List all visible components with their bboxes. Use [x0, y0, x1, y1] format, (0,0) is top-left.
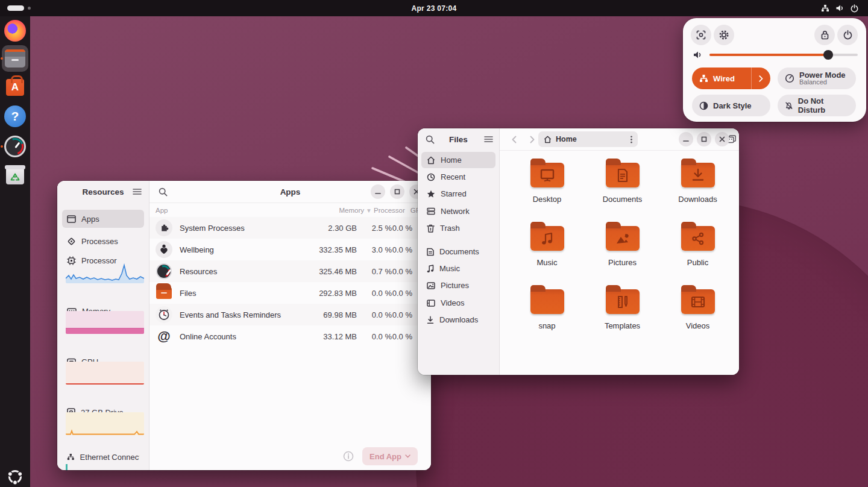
- power-mode-tile[interactable]: Power Mode Balanced: [778, 68, 856, 89]
- lock-button[interactable]: [814, 25, 835, 45]
- drive-graph: [66, 412, 144, 435]
- folder-pictures[interactable]: Pictures: [585, 226, 660, 267]
- document-emblem-icon: [617, 168, 629, 183]
- bell-slash-icon: [785, 101, 793, 110]
- gear-icon: [719, 30, 729, 40]
- table-row[interactable]: Files 292.83 MB 0.0 % 0.0 %: [149, 282, 431, 304]
- path-menu-button[interactable]: [631, 136, 632, 143]
- sidebar-item-apps[interactable]: Apps: [62, 210, 144, 228]
- cpu-graph: [66, 260, 144, 283]
- resources-gauge-icon: [4, 136, 26, 157]
- chevron-right-icon: [530, 136, 535, 143]
- wired-expand-button[interactable]: [751, 68, 770, 89]
- volume-slider-knob[interactable]: [823, 50, 833, 60]
- sidebar-item-music[interactable]: Music: [421, 260, 495, 277]
- resources-menu-button[interactable]: [128, 184, 145, 200]
- lock-icon: [820, 30, 829, 40]
- table-row[interactable]: System Processes 2.30 GB 2.5 % 0.0 %: [149, 217, 431, 239]
- clock[interactable]: Apr 23 07:04: [0, 0, 868, 16]
- ethernet-icon: [67, 453, 75, 461]
- volume-slider[interactable]: [709, 54, 858, 56]
- resources-main: Apps App Memory ▾ Processor GPU: [149, 181, 431, 470]
- wired-tile[interactable]: Wired: [692, 68, 770, 89]
- app-info-button[interactable]: [343, 451, 354, 462]
- running-indicator: [1, 145, 3, 148]
- sidebar-item-ethernet[interactable]: Ethernet Connecti…: [62, 448, 144, 465]
- dock-item-help[interactable]: ?: [4, 105, 27, 128]
- sidebar-item-network[interactable]: Network: [421, 203, 495, 219]
- minimize-icon: [375, 189, 381, 195]
- dock: A ?: [0, 16, 30, 487]
- film-emblem-icon: [690, 295, 706, 309]
- resources-window: Resources Apps Processes Processor: [57, 181, 431, 470]
- files-menu-button[interactable]: [480, 131, 497, 147]
- files-window: Files Home Recent Starred Network: [418, 128, 739, 375]
- table-row[interactable]: Events and Tasks Reminders 69.98 MB 0.0 …: [149, 304, 431, 325]
- folder-downloads[interactable]: Downloads: [660, 163, 735, 204]
- path-bar[interactable]: Home: [538, 131, 638, 147]
- sidebar-item-pictures[interactable]: Pictures: [421, 277, 495, 294]
- resources-window-title: Resources: [82, 187, 124, 196]
- sidebar-item-downloads[interactable]: Downloads: [421, 312, 495, 328]
- ubuntu-logo-icon: [6, 468, 24, 486]
- settings-button[interactable]: [714, 25, 734, 45]
- sidebar-item-starred[interactable]: Starred: [421, 186, 495, 202]
- system-tray[interactable]: [815, 1, 864, 15]
- back-button[interactable]: [506, 131, 523, 147]
- gauge-icon: [156, 263, 172, 279]
- dock-item-resources[interactable]: [4, 135, 27, 158]
- power-button[interactable]: [837, 25, 858, 45]
- volume-icon: [835, 4, 844, 12]
- volume-icon: [693, 51, 702, 59]
- chevron-right-icon: [759, 75, 763, 82]
- trash-icon: [6, 168, 24, 184]
- screenshot-button[interactable]: [691, 25, 711, 45]
- files-close-button[interactable]: [715, 132, 729, 146]
- files-maximize-button[interactable]: [697, 132, 711, 146]
- files-search-button[interactable]: [421, 131, 438, 147]
- files-minimize-button[interactable]: [679, 132, 693, 146]
- sidebar-item-documents[interactable]: Documents: [421, 244, 495, 260]
- column-header-app[interactable]: App: [156, 207, 310, 214]
- resources-minimize-button[interactable]: [371, 184, 385, 199]
- folder-music[interactable]: Music: [509, 226, 585, 267]
- sidebar-item-trash[interactable]: Trash: [421, 220, 495, 236]
- resources-sidebar: Resources Apps Processes Processor: [57, 181, 149, 470]
- maximize-icon: [701, 136, 707, 142]
- folder-snap[interactable]: snap: [509, 289, 585, 330]
- resources-search-button[interactable]: [154, 184, 171, 200]
- folder-videos[interactable]: Videos: [660, 289, 735, 330]
- folder-public[interactable]: Public: [660, 226, 735, 267]
- minimize-icon: [683, 136, 689, 142]
- dock-item-firefox[interactable]: [4, 19, 27, 42]
- download-icon: [427, 316, 434, 324]
- end-app-button[interactable]: End App: [362, 447, 418, 465]
- dock-item-trash[interactable]: [4, 165, 27, 187]
- search-icon: [426, 135, 435, 144]
- do-not-disturb-tile[interactable]: Do Not Disturb: [778, 95, 856, 116]
- star-icon: [427, 190, 435, 198]
- sidebar-item-videos[interactable]: Videos: [421, 295, 495, 311]
- folder-templates[interactable]: Templates: [585, 289, 660, 330]
- table-row[interactable]: @ Online Accounts 33.12 MB 0.0 % 0.0 %: [149, 325, 431, 347]
- folder-desktop[interactable]: Desktop: [509, 163, 585, 204]
- hamburger-icon: [133, 188, 142, 195]
- dock-item-files[interactable]: [4, 47, 27, 70]
- resources-maximize-button[interactable]: [390, 184, 404, 199]
- show-apps-button[interactable]: [4, 465, 27, 487]
- processes-icon: [67, 237, 76, 246]
- sidebar-item-processes[interactable]: Processes: [62, 233, 144, 250]
- table-row[interactable]: Resources 325.46 MB 0.7 % 0.0 %: [149, 260, 431, 282]
- folder-grid: Desktop Documents Downloads Music Pictur…: [509, 163, 735, 330]
- network-icon: [427, 207, 435, 215]
- column-header-processor[interactable]: Processor: [374, 207, 405, 214]
- folder-documents[interactable]: Documents: [585, 163, 660, 204]
- dock-item-app-center[interactable]: A: [4, 76, 27, 99]
- sidebar-item-home[interactable]: Home: [421, 152, 495, 168]
- alarm-icon: [158, 309, 170, 321]
- table-row[interactable]: Wellbeing 332.35 MB 3.0 % 0.0 %: [149, 239, 431, 260]
- dark-style-tile[interactable]: Dark Style: [692, 95, 770, 116]
- memory-graph: [66, 311, 144, 334]
- sidebar-item-recent[interactable]: Recent: [421, 169, 495, 185]
- column-header-memory[interactable]: Memory: [310, 207, 364, 214]
